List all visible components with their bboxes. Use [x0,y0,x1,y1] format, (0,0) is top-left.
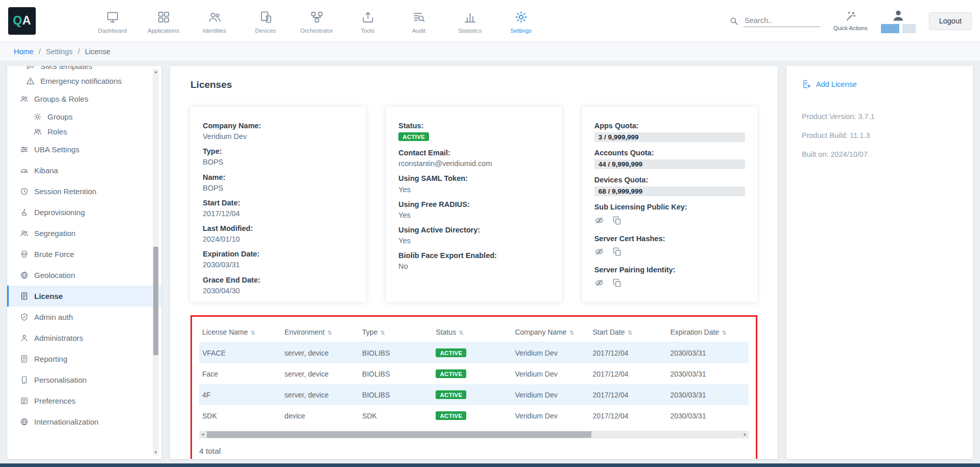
scroll-left-arrow[interactable] [199,431,206,438]
cell-company-name: Veridium Dev [512,349,589,357]
sidebar-scrollbar[interactable] [153,69,159,456]
sidebar-item-emergency-notifications[interactable]: Emergency notifications [7,74,161,88]
column-header-license-name[interactable]: License Name [199,328,281,336]
sidebar-item-admin-auth[interactable]: Admin auth [7,307,161,328]
sidebar-item-roles[interactable]: Roles [7,124,161,139]
field-label: Sub Licensing Public Key: [594,202,745,212]
sidebar-item-kibana[interactable]: Kibana [7,160,161,181]
table-horizontal-scrollbar[interactable] [199,431,749,438]
copy-icon[interactable] [612,247,622,256]
nav-orchestrator[interactable]: Orchestrator [291,8,342,34]
sidebar-item-uba-settings[interactable]: UBA Settings [7,139,161,160]
license-status-card: Status: ACTIVE Contact Email:rconstantin… [386,107,561,302]
gauge-icon [20,166,29,175]
eye-off-icon[interactable] [594,278,604,288]
cell-expiration-date: 2030/03/31 [667,412,749,420]
column-header-start-date[interactable]: Start Date [589,328,667,336]
sidebar-item-label: License [34,292,63,300]
table-row[interactable]: Face server, device BIOLIBS ACTIVE Verid… [199,363,749,384]
nav-identities[interactable]: Identities [189,8,240,34]
field-label: Apps Quota: [594,121,745,130]
main-nav: Dashboard Applications Identities Device… [87,8,546,34]
sidebar-item-geolocation[interactable]: Geolocation [7,265,161,286]
flag-icon[interactable] [902,24,916,33]
clock-icon [20,187,29,196]
sidebar-item-administrators[interactable]: Administrators [7,328,161,348]
sidebar-item-personalisation[interactable]: Personalisation [7,369,161,390]
sidebar-item-segregation[interactable]: Segregation [7,223,161,244]
build-info: Product Version: 3.7.1 Product Build: 11… [802,112,958,158]
cell-expiration-date: 2030/03/31 [667,349,749,357]
field-label: Using SAML Token: [398,174,549,183]
cell-start-date: 2017/12/04 [589,391,667,399]
sidebar-item-deprovisioning[interactable]: Deprovisioning [7,202,161,223]
search-icon[interactable] [729,16,738,26]
sidebar-item-label: Groups [47,112,73,121]
field-value: BOPS [203,157,353,167]
copy-icon[interactable] [612,216,622,225]
add-license-button[interactable]: Add License [802,79,958,89]
cell-start-date: 2017/12/04 [589,370,667,378]
column-header-environment[interactable]: Environment [281,328,359,336]
scrollbar-thumb[interactable] [207,431,591,438]
scroll-down-arrow[interactable] [153,450,159,456]
nav-devices[interactable]: Devices [240,8,291,34]
sidebar-item-brute-force[interactable]: Brute Force [7,244,161,265]
sidebar-item-session-retention[interactable]: Session Retention [7,181,161,202]
field-label: Status: [398,121,549,130]
settings-sidebar: SMS templates Emergency notifications Gr… [7,66,161,459]
table-header-row: License Name Environment Type Status Com… [199,322,749,342]
scroll-up-arrow[interactable] [153,69,159,75]
column-header-status[interactable]: Status [433,328,512,336]
add-license-label: Add License [816,80,857,88]
sidebar-item-groups-roles[interactable]: Groups & Roles [7,88,161,109]
avatar-icon[interactable] [891,8,905,22]
breadcrumb-separator: / [78,48,80,56]
scroll-right-arrow[interactable] [742,431,749,438]
table-row[interactable]: VFACE server, device BIOLIBS ACTIVE Veri… [199,342,749,363]
document-icon [20,355,29,363]
cell-license-name: SDK [199,412,281,420]
sidebar-item-license[interactable]: License [7,286,161,307]
column-header-expiration-date[interactable]: Expiration Date [667,328,749,336]
field-label: Server Cert Hashes: [594,234,745,243]
field-value: 2017/12/04 [203,209,353,218]
nav-applications[interactable]: Applications [138,8,189,34]
sidebar-item-label: Administrators [34,334,83,342]
breadcrumb-home-link[interactable]: Home [14,48,34,56]
nav-label: Applications [148,28,179,34]
copy-icon[interactable] [612,278,622,288]
sidebar-item-label: Preferences [34,396,76,405]
breadcrumb-settings[interactable]: Settings [46,48,73,56]
license-details-card: Company Name:Veridium Dev Type:BOPS Name… [190,107,366,302]
flag-icon[interactable] [881,24,899,33]
app-logo[interactable]: QA [8,7,36,35]
sidebar-item-preferences[interactable]: Preferences [7,390,161,411]
cell-environment: server, device [281,370,359,378]
cell-status: ACTIVE [433,348,512,358]
eye-off-icon[interactable] [594,216,604,225]
nav-audit[interactable]: Audit [393,8,444,34]
sidebar-item-reporting[interactable]: Reporting [7,348,161,369]
sidebar-item-groups[interactable]: Groups [7,109,161,124]
breadcrumb-separator: / [39,48,41,56]
column-header-company-name[interactable]: Company Name [512,328,589,336]
sidebar-item-sms-templates[interactable]: SMS templates [7,66,161,74]
quick-actions-button[interactable]: Quick Actions [833,11,868,31]
nav-statistics[interactable]: Statistics [444,8,495,34]
column-header-type[interactable]: Type [359,328,433,336]
eye-off-icon[interactable] [594,247,604,256]
table-row[interactable]: 4F server, device BIOLIBS ACTIVE Veridiu… [199,384,749,405]
status-badge: ACTIVE [436,369,466,378]
field-label: Expiration Date: [203,249,353,259]
table-row[interactable]: SDK device SDK ACTIVE Veridium Dev 2017/… [199,405,749,426]
scrollbar-thumb[interactable] [153,247,158,355]
nav-settings[interactable]: Settings [495,8,546,34]
logout-button[interactable]: Logout [929,12,972,30]
shield-icon [20,313,29,321]
nav-tools[interactable]: Tools [342,8,393,34]
nav-dashboard[interactable]: Dashboard [87,8,138,34]
sidebar-item-internationalization[interactable]: Internationalization [7,411,161,432]
search-input[interactable] [744,14,820,27]
license-cards: Company Name:Veridium Dev Type:BOPS Name… [190,107,757,302]
